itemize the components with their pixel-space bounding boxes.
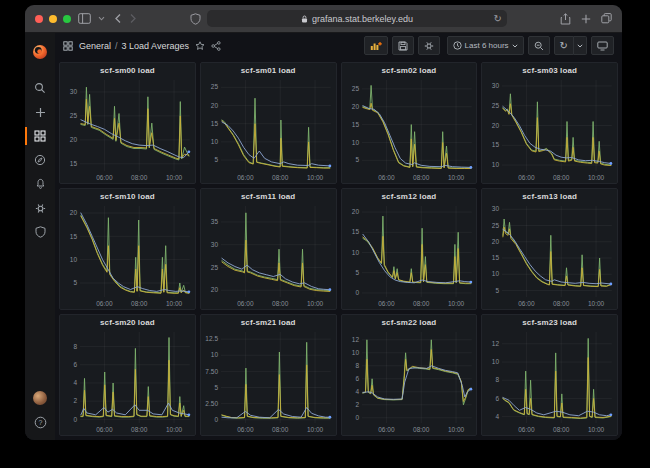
star-icon[interactable] bbox=[195, 41, 205, 51]
svg-text:08:00: 08:00 bbox=[413, 300, 430, 307]
url-text: grafana.stat.berkeley.edu bbox=[312, 14, 413, 24]
dashboard-panel: scf-sm11 load2025303506:0008:0010:00 bbox=[200, 188, 337, 310]
search-icon bbox=[34, 82, 46, 94]
panel-title[interactable]: scf-sm10 load bbox=[60, 189, 195, 203]
svg-text:15: 15 bbox=[351, 121, 359, 128]
svg-text:08:00: 08:00 bbox=[272, 174, 289, 181]
svg-text:25: 25 bbox=[492, 222, 500, 229]
dashboard-settings-button[interactable] bbox=[418, 36, 440, 55]
svg-text:5: 5 bbox=[73, 279, 77, 286]
panel-chart[interactable]: 0510152006:0008:0010:00 bbox=[342, 203, 477, 309]
add-panel-button[interactable] bbox=[364, 36, 388, 55]
panel-chart[interactable]: 02.5057.501012.506:0008:0010:00 bbox=[201, 329, 336, 435]
close-button[interactable] bbox=[35, 15, 43, 23]
sidebar-item-alerting[interactable] bbox=[25, 172, 55, 196]
svg-text:10:00: 10:00 bbox=[447, 300, 464, 307]
address-bar[interactable]: grafana.stat.berkeley.edu ↻ bbox=[207, 10, 507, 27]
cycle-view-button[interactable] bbox=[591, 36, 614, 55]
tab-overview-icon[interactable] bbox=[601, 13, 612, 24]
svg-text:10: 10 bbox=[211, 351, 219, 358]
new-tab-icon[interactable] bbox=[581, 14, 591, 24]
zoom-out-button[interactable] bbox=[528, 36, 550, 55]
svg-text:20: 20 bbox=[211, 286, 219, 293]
panel-title[interactable]: scf-sm13 load bbox=[482, 189, 617, 203]
svg-text:08:00: 08:00 bbox=[131, 174, 148, 181]
svg-text:08:00: 08:00 bbox=[131, 300, 148, 307]
svg-text:06:00: 06:00 bbox=[96, 174, 113, 181]
save-dashboard-icon bbox=[398, 41, 408, 51]
svg-text:20: 20 bbox=[492, 122, 500, 129]
panel-chart[interactable]: 02468101206:0008:0010:00 bbox=[342, 329, 477, 435]
share-icon[interactable] bbox=[560, 13, 571, 25]
panel-title[interactable]: scf-sm03 load bbox=[482, 63, 617, 77]
help-icon: ? bbox=[34, 416, 47, 429]
reload-icon[interactable]: ↻ bbox=[494, 12, 502, 25]
panel-title[interactable]: scf-sm22 load bbox=[342, 315, 477, 329]
sidebar-item-search[interactable] bbox=[25, 76, 55, 100]
sidebar-item-explore[interactable] bbox=[25, 148, 55, 172]
panel-chart[interactable]: 5101520253006:0008:0010:00 bbox=[482, 203, 617, 309]
back-icon[interactable] bbox=[114, 13, 122, 24]
zoom-button[interactable] bbox=[63, 15, 71, 23]
svg-text:4: 4 bbox=[73, 379, 77, 386]
svg-text:08:00: 08:00 bbox=[272, 426, 289, 433]
time-range-picker[interactable]: Last 6 hours bbox=[447, 36, 524, 55]
dashboard-panel: scf-sm12 load0510152006:0008:0010:00 bbox=[341, 188, 478, 310]
panel-title[interactable]: scf-sm20 load bbox=[60, 315, 195, 329]
svg-text:25: 25 bbox=[211, 83, 219, 90]
refresh-button[interactable]: ↻ bbox=[554, 36, 574, 55]
refresh-interval-button[interactable] bbox=[574, 36, 587, 55]
sidebar-item-dashboards[interactable] bbox=[25, 124, 55, 148]
svg-text:10: 10 bbox=[492, 358, 500, 365]
caret-down-icon bbox=[577, 44, 583, 48]
svg-text:10:00: 10:00 bbox=[588, 174, 605, 181]
dashboard-navbar: General / 3 Load Averages bbox=[55, 33, 622, 58]
panel-title[interactable]: scf-sm23 load bbox=[482, 315, 617, 329]
save-dashboard-button[interactable] bbox=[392, 36, 414, 55]
sidebar-item-server-admin[interactable] bbox=[25, 220, 55, 244]
panel-chart[interactable]: 101520253006:0008:0010:00 bbox=[482, 77, 617, 183]
grafana-app: ? General / 3 Load Averages bbox=[25, 33, 622, 440]
dashboard-panel: scf-sm22 load02468101206:0008:0010:00 bbox=[341, 314, 478, 436]
panel-title[interactable]: scf-sm00 load bbox=[60, 63, 195, 77]
privacy-shield-icon[interactable] bbox=[190, 13, 201, 25]
panel-chart[interactable]: 51015202506:0008:0010:00 bbox=[342, 77, 477, 183]
panel-chart[interactable]: 468101206:0008:0010:00 bbox=[482, 329, 617, 435]
breadcrumb-folder[interactable]: General bbox=[79, 41, 111, 51]
panel-chart[interactable]: 2025303506:0008:0010:00 bbox=[201, 203, 336, 309]
sidebar-toggle-icon[interactable] bbox=[78, 13, 91, 24]
sidebar-item-help[interactable]: ? bbox=[25, 410, 55, 434]
svg-text:20: 20 bbox=[351, 103, 359, 110]
panel-title[interactable]: scf-sm12 load bbox=[342, 189, 477, 203]
sidebar-item-create[interactable] bbox=[25, 100, 55, 124]
svg-text:0: 0 bbox=[73, 416, 77, 423]
panel-title[interactable]: scf-sm02 load bbox=[342, 63, 477, 77]
svg-text:10: 10 bbox=[351, 349, 359, 356]
svg-text:10: 10 bbox=[351, 249, 359, 256]
svg-text:10: 10 bbox=[492, 270, 500, 277]
svg-text:2: 2 bbox=[355, 401, 359, 408]
svg-text:15: 15 bbox=[492, 141, 500, 148]
sidebar-item-profile[interactable] bbox=[25, 386, 55, 410]
svg-text:4: 4 bbox=[355, 388, 359, 395]
share-dashboard-icon[interactable] bbox=[211, 41, 221, 51]
dashboard-toolbar: Last 6 hours ↻ bbox=[364, 36, 614, 55]
panel-title[interactable]: scf-sm11 load bbox=[201, 189, 336, 203]
panel-title[interactable]: scf-sm01 load bbox=[201, 63, 336, 77]
panel-title[interactable]: scf-sm21 load bbox=[201, 315, 336, 329]
panel-chart[interactable]: 1520253006:0008:0010:00 bbox=[60, 77, 195, 183]
minimize-button[interactable] bbox=[49, 15, 57, 23]
zoom-out-icon bbox=[534, 41, 544, 51]
panel-chart[interactable]: 51015202506:0008:0010:00 bbox=[201, 77, 336, 183]
svg-text:06:00: 06:00 bbox=[237, 174, 254, 181]
chevron-down-icon[interactable] bbox=[98, 16, 105, 21]
dashboard-panel: scf-sm02 load51015202506:0008:0010:00 bbox=[341, 62, 478, 184]
forward-icon[interactable] bbox=[129, 13, 137, 24]
sidebar-item-configuration[interactable] bbox=[25, 196, 55, 220]
grafana-logo[interactable] bbox=[25, 38, 55, 66]
panel-chart[interactable]: 510152006:0008:0010:00 bbox=[60, 203, 195, 309]
breadcrumb-title[interactable]: 3 Load Averages bbox=[122, 41, 189, 51]
svg-text:15: 15 bbox=[211, 120, 219, 127]
panel-chart[interactable]: 0246806:0008:0010:00 bbox=[60, 329, 195, 435]
svg-text:10: 10 bbox=[70, 256, 78, 263]
